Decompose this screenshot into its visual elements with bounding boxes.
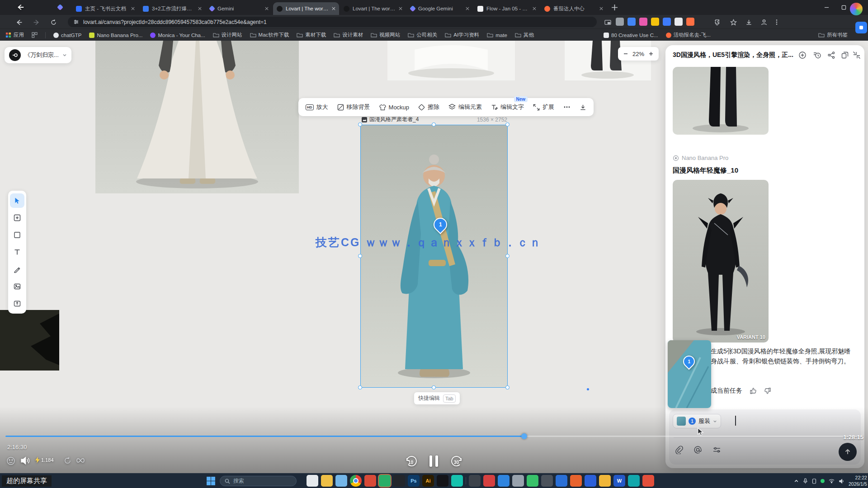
window-minimize-button[interactable]: [817, 0, 835, 15]
forward-30-button[interactable]: 30: [450, 455, 464, 468]
send-button[interactable]: [839, 443, 857, 461]
taskbar-app-wechat-icon[interactable]: [379, 475, 391, 487]
attach-file-icon[interactable]: [675, 446, 683, 454]
lovart-canvas[interactable]: 国漫风格严肃老者_4 1536 × 2752 1 技艺CG ｗｗｗ．ｑａｎｘｘｆ…: [0, 41, 868, 473]
taskbar-app-icon[interactable]: [364, 475, 376, 487]
panel-image-cultivator[interactable]: VARIANT 10: [673, 180, 769, 343]
bookmark-folder[interactable]: 设计素材: [334, 32, 363, 38]
profile-avatar-icon[interactable]: [759, 17, 769, 28]
taskbar-app-illustrator-icon[interactable]: Ai: [422, 475, 434, 487]
tray-status-dot[interactable]: [821, 479, 825, 483]
tab-close-icon[interactable]: [399, 7, 402, 10]
site-info-icon[interactable]: [73, 19, 79, 25]
erase-button[interactable]: 擦除: [418, 103, 439, 111]
selection-handle[interactable]: [505, 385, 509, 389]
browser-tab[interactable]: Lovart | The world's first desi: [340, 2, 406, 15]
bookmark-item[interactable]: chatGTP: [53, 33, 81, 38]
chat-input-box[interactable]: 1 服装: [669, 409, 861, 465]
bookmark-folder[interactable]: 素材下载: [297, 32, 326, 38]
thumbs-up-icon[interactable]: [750, 387, 757, 394]
taskbar-app-icon[interactable]: [642, 475, 654, 487]
text-tool[interactable]: [8, 244, 26, 261]
start-button[interactable]: [206, 476, 216, 486]
taskbar-app-icon[interactable]: [527, 475, 538, 487]
more-actions-button[interactable]: [563, 103, 571, 111]
downloads-icon[interactable]: [743, 17, 754, 28]
bookmark-folder[interactable]: mate: [487, 33, 507, 38]
taskbar-app-photoshop-icon[interactable]: Ps: [408, 475, 420, 487]
canvas-image-white-partial[interactable]: [387, 41, 515, 80]
tab-close-icon[interactable]: [466, 7, 469, 10]
browser-tab[interactable]: Flow - Jan 05 - 21:40: [474, 2, 540, 15]
edit-text-button[interactable]: New 编辑文字: [491, 103, 524, 111]
taskbar-app-icon[interactable]: [599, 475, 611, 487]
duplicate-icon[interactable]: [841, 51, 849, 59]
taskbar-app-icon[interactable]: [483, 475, 495, 487]
bookmark-folder[interactable]: 视频网站: [371, 32, 400, 38]
mention-icon[interactable]: [693, 446, 702, 454]
browser-tab[interactable]: Google Gemini: [407, 2, 473, 15]
collapse-panel-icon[interactable]: [853, 51, 861, 59]
extension-icon[interactable]: [675, 18, 683, 26]
taskbar-app-icon[interactable]: [556, 475, 567, 487]
select-tool[interactable]: [8, 192, 26, 209]
bookmark-star-icon[interactable]: [728, 17, 739, 28]
extension-icon[interactable]: [639, 18, 647, 26]
bookmark-folder[interactable]: 其他: [515, 32, 534, 38]
expand-button[interactable]: 扩展: [533, 103, 554, 111]
picture-in-picture-icon[interactable]: [602, 17, 613, 28]
share-icon[interactable]: [827, 51, 835, 59]
floating-avatar[interactable]: [850, 3, 863, 15]
chevron-down-icon[interactable]: [713, 419, 717, 423]
new-tab-button[interactable]: [611, 4, 618, 11]
image-tool[interactable]: [8, 278, 26, 295]
tab-close-icon[interactable]: [533, 7, 536, 10]
selection-handle[interactable]: [432, 385, 436, 389]
back-icon[interactable]: [14, 17, 24, 28]
floating-plugin-icon[interactable]: [855, 22, 867, 33]
browser-tab[interactable]: Gemini: [206, 2, 272, 15]
attachment-image-teal-robe[interactable]: 1: [668, 340, 711, 408]
browser-tab[interactable]: 番茄达人中心: [541, 2, 607, 15]
mockup-button[interactable]: Mockup: [379, 104, 410, 111]
taskbar-app-icon[interactable]: [335, 475, 347, 487]
selection-handle[interactable]: [505, 122, 509, 127]
bookmark-folder[interactable]: AI学习资料: [445, 32, 479, 38]
bookmark-apps[interactable]: 应用: [5, 32, 24, 38]
bookmark-folder[interactable]: 设计网站: [213, 32, 242, 38]
tray-volume-icon[interactable]: [839, 479, 844, 484]
bookmark-folder[interactable]: Mac软件下载: [250, 32, 289, 38]
taskbar-app-icon[interactable]: [541, 475, 553, 487]
remove-background-button[interactable]: 移除背景: [337, 103, 370, 111]
taskbar-app-icon[interactable]: [498, 475, 509, 487]
taskbar-app-icon[interactable]: [512, 475, 524, 487]
canvas-image-grey-robe[interactable]: [95, 41, 299, 193]
taskbar-app-icon[interactable]: [393, 475, 405, 487]
panel-image-legs[interactable]: [673, 67, 769, 135]
chevron-down-icon[interactable]: [62, 53, 67, 57]
forward-icon[interactable]: [31, 17, 42, 28]
pause-button[interactable]: [429, 455, 438, 467]
tab-close-icon[interactable]: [599, 7, 603, 10]
taskbar-search[interactable]: 搜索: [220, 476, 297, 486]
taskbar-app-icon[interactable]: [469, 475, 481, 487]
volume-icon[interactable]: [20, 455, 30, 466]
taskbar-app-icon[interactable]: [437, 475, 448, 487]
loop-icon[interactable]: [63, 456, 72, 465]
browser-tab[interactable]: 主页 - 飞书云文档: [72, 2, 138, 15]
video-progress-handle[interactable]: [521, 433, 527, 439]
zoom-in-icon[interactable]: [649, 52, 653, 56]
playback-rate[interactable]: 1.184: [35, 457, 54, 463]
url-bar[interactable]: lovart.ai/canvas?projectId=28cddc8960594…: [68, 17, 597, 27]
zoom-out-icon[interactable]: [623, 52, 628, 56]
emoji-icon[interactable]: [6, 456, 15, 465]
tab-close-icon[interactable]: [198, 7, 202, 10]
tab-close-icon[interactable]: [265, 7, 269, 10]
extension-icon[interactable]: [627, 18, 636, 26]
tray-device-icon[interactable]: [812, 479, 816, 484]
history-icon[interactable]: [813, 51, 821, 59]
pinned-tab-gemini-icon[interactable]: [57, 4, 63, 10]
extension-icon[interactable]: [686, 18, 694, 26]
browser-tab[interactable]: 3+2工作流打爆高品质AI漫剧: [139, 2, 205, 15]
extension-icon[interactable]: [663, 18, 671, 26]
